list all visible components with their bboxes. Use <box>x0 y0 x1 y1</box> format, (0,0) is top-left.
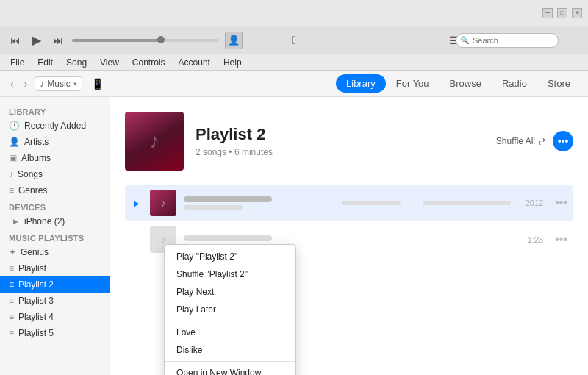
menu-edit[interactable]: Edit <box>32 56 59 69</box>
ctx-divider-1 <box>165 321 295 321</box>
sidebar-item-genres[interactable]: ≡ Genres <box>0 182 110 199</box>
track-2-title-bar <box>184 235 272 241</box>
songs-icon: ♪ <box>9 169 13 179</box>
ctx-open-new-window[interactable]: Open in New Window <box>165 364 295 375</box>
sidebar-item-genius[interactable]: ✦ Genius <box>0 244 110 260</box>
shuffle-all-button[interactable]: Shuffle All ⇄ <box>496 136 545 146</box>
search-icon: 🔍 <box>460 36 469 44</box>
ctx-play-playlist[interactable]: Play "Playlist 2" <box>165 248 295 265</box>
recently-added-label: Recently Added <box>24 121 86 131</box>
artists-label: Artists <box>24 137 49 147</box>
window-controls[interactable]: ─ □ ✕ <box>542 8 582 18</box>
menu-file[interactable]: File <box>4 56 30 69</box>
tab-store[interactable]: Store <box>537 74 581 93</box>
track-2-more-button[interactable]: ••• <box>555 233 567 246</box>
ctx-dislike[interactable]: Dislike <box>165 341 295 359</box>
playlist-icon: ≡ <box>9 263 14 274</box>
genius-label: Genius <box>21 247 49 257</box>
device-label: iPhone (2) <box>24 216 65 226</box>
ctx-play-next[interactable]: Play Next <box>165 283 295 301</box>
search-input[interactable] <box>456 33 559 48</box>
tab-browse[interactable]: Browse <box>440 74 492 93</box>
sidebar-item-songs[interactable]: ♪ Songs <box>0 166 110 182</box>
ctx-play-later[interactable]: Play Later <box>165 301 295 318</box>
menu-account[interactable]: Account <box>173 56 216 69</box>
track-1-title-bar <box>184 196 272 202</box>
search-bar: 🔍 <box>456 33 559 48</box>
sidebar-item-artists[interactable]: 👤 Artists <box>0 134 110 150</box>
nav-back-button[interactable]: ‹ <box>7 76 17 91</box>
genius-icon: ✦ <box>9 247 16 257</box>
track-1-meta: 2012 <box>342 199 543 207</box>
genres-icon: ≡ <box>9 185 14 196</box>
sidebar: Library 🕐 Recently Added 👤 Artists ▣ Alb… <box>0 97 110 375</box>
nav-forward-button[interactable]: › <box>21 76 31 91</box>
play-button[interactable]: ▶ <box>29 32 44 49</box>
library-section-title: Library <box>0 103 110 118</box>
track-1-artist-bar <box>184 205 243 210</box>
playlist-meta: 2 songs • 6 minutes <box>196 147 273 157</box>
sidebar-item-playlist[interactable]: ≡ Playlist <box>0 260 110 276</box>
progress-thumb <box>157 36 165 43</box>
track-1-extra-bar <box>342 201 401 205</box>
track-1-extra-bar2 <box>423 201 511 205</box>
sidebar-item-iphone[interactable]: ▶ iPhone (2) <box>0 213 110 229</box>
track-1-more-button[interactable]: ••• <box>555 196 567 210</box>
playlists-section-title: Music Playlists <box>0 229 110 244</box>
rewind-button[interactable]: ⏮ <box>7 33 24 48</box>
progress-bar[interactable] <box>72 39 219 42</box>
progress-fill <box>72 39 160 42</box>
sidebar-item-playlist3[interactable]: ≡ Playlist 3 <box>0 293 110 309</box>
source-music-icon: ♪ <box>40 79 44 89</box>
menu-help[interactable]: Help <box>218 56 248 69</box>
transport-bar: ⏮ ▶ ⏭ 👤  ☰ 🔍 <box>0 26 588 54</box>
maximize-button[interactable]: □ <box>557 8 567 18</box>
artists-icon: 👤 <box>9 137 20 147</box>
apple-logo:  <box>292 34 296 47</box>
more-options-button[interactable]: ••• <box>553 131 573 151</box>
forward-button[interactable]: ⏭ <box>50 33 66 48</box>
sidebar-item-recently-added[interactable]: 🕐 Recently Added <box>0 118 110 134</box>
tab-library[interactable]: Library <box>336 74 386 93</box>
close-button[interactable]: ✕ <box>572 8 582 18</box>
track-2-info <box>184 235 520 244</box>
playlist4-icon: ≡ <box>9 312 14 322</box>
user-icon[interactable]: 👤 <box>225 32 243 49</box>
albums-icon: ▣ <box>9 153 17 163</box>
track-row-1[interactable]: ▶ ♪ 2012 ••• <box>125 185 573 221</box>
playlist2-icon: ≡ <box>9 279 14 290</box>
menu-view[interactable]: View <box>94 56 125 69</box>
albums-label: Albums <box>21 153 51 163</box>
playlist5-label: Playlist 5 <box>18 328 54 338</box>
shuffle-label: Shuffle All <box>496 136 535 146</box>
recently-added-icon: 🕐 <box>9 121 20 131</box>
playlist3-icon: ≡ <box>9 296 14 306</box>
minimize-button[interactable]: ─ <box>542 8 553 18</box>
source-selector[interactable]: ♪ Music ▾ <box>35 76 82 91</box>
devices-section-title: Devices <box>0 199 110 213</box>
shuffle-icon: ⇄ <box>538 136 545 146</box>
main-layout: Library 🕐 Recently Added 👤 Artists ▣ Alb… <box>0 97 588 375</box>
sidebar-item-playlist4[interactable]: ≡ Playlist 4 <box>0 309 110 325</box>
context-menu: Play "Playlist 2" Shuffle "Playlist 2" P… <box>164 244 296 375</box>
ctx-shuffle-playlist[interactable]: Shuffle "Playlist 2" <box>165 265 295 283</box>
playlist-info: Playlist 2 2 songs • 6 minutes <box>196 125 273 157</box>
playlist-label: Playlist <box>18 263 46 274</box>
source-dropdown-icon: ▾ <box>74 80 77 88</box>
playlist4-label: Playlist 4 <box>18 312 54 322</box>
songs-label: Songs <box>18 169 43 179</box>
playlist-title: Playlist 2 <box>196 125 273 144</box>
track-2-duration: 1:23 <box>528 235 543 244</box>
source-label: Music <box>47 79 70 89</box>
sidebar-item-playlist5[interactable]: ≡ Playlist 5 <box>0 325 110 341</box>
menu-song[interactable]: Song <box>60 56 93 69</box>
menu-bar: File Edit Song View Controls Account Hel… <box>0 54 588 71</box>
menu-controls[interactable]: Controls <box>126 56 171 69</box>
playlist2-label: Playlist 2 <box>18 279 54 290</box>
sidebar-item-albums[interactable]: ▣ Albums <box>0 150 110 166</box>
sidebar-item-playlist2[interactable]: ≡ Playlist 2 <box>0 276 110 293</box>
tab-for-you[interactable]: For You <box>386 74 440 93</box>
ctx-love[interactable]: Love <box>165 324 295 341</box>
tab-radio[interactable]: Radio <box>492 74 537 93</box>
track-1-info <box>184 196 334 210</box>
